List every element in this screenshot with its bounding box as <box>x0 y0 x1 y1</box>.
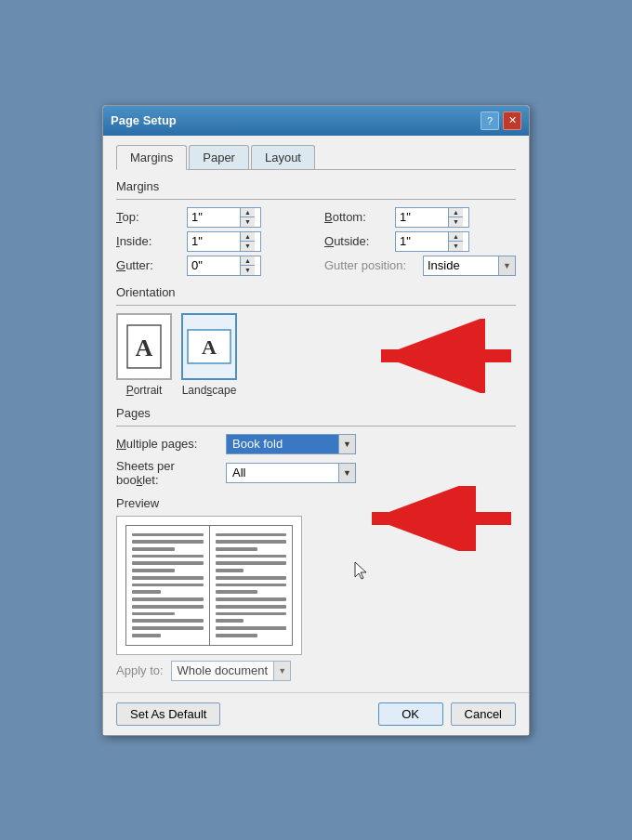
gutter-field-row: Gutter: ▲ ▼ <box>116 256 306 276</box>
book-line <box>216 569 244 572</box>
book-line <box>132 619 204 623</box>
portrait-option[interactable]: A Portrait <box>116 313 172 397</box>
gutter-pos-select-input[interactable]: Inside Left Top <box>424 256 498 275</box>
book-line <box>132 597 204 601</box>
book-line <box>216 584 287 587</box>
multiple-pages-value: Book fold <box>227 435 338 453</box>
gutter-spin-up[interactable]: ▲ <box>241 256 255 267</box>
gutter-spin-input: ▲ ▼ <box>187 256 261 276</box>
sheets-label: Sheets per booklet: <box>116 459 218 487</box>
outside-spin-buttons: ▲ ▼ <box>448 232 463 251</box>
inside-field-row: Inside: ▲ ▼ <box>116 231 306 252</box>
book-line <box>132 576 204 580</box>
title-bar-buttons: ? ✕ <box>481 112 521 130</box>
tab-bar: Margins Paper Layout <box>116 145 516 170</box>
book-line <box>216 576 287 580</box>
book-line <box>132 634 161 637</box>
margins-section-label: Margins <box>116 179 516 193</box>
outside-input[interactable] <box>396 232 448 251</box>
book-line <box>216 612 287 616</box>
top-spin-up[interactable]: ▲ <box>241 208 255 218</box>
inside-spin-down[interactable]: ▼ <box>241 242 255 251</box>
margins-divider <box>116 199 516 200</box>
book-line <box>216 597 287 601</box>
outside-spin-up[interactable]: ▲ <box>449 232 463 243</box>
apply-row: Apply to: Whole document ▼ <box>116 661 516 681</box>
book-line <box>132 569 175 572</box>
apply-select[interactable]: Whole document ▼ <box>171 661 292 681</box>
bottom-label: Bottom: <box>324 210 389 224</box>
top-input[interactable] <box>188 208 240 227</box>
top-spin-input: ▲ ▼ <box>187 207 261 228</box>
top-spin-down[interactable]: ▼ <box>241 217 255 227</box>
margins-grid: Top: ▲ ▼ Bottom: ▲ <box>116 207 516 276</box>
book-line <box>216 619 244 623</box>
landscape-icon[interactable]: A <box>181 313 237 380</box>
gutter-pos-arrow-icon: ▼ <box>498 256 515 275</box>
book-line <box>132 555 204 558</box>
inside-spin-input: ▲ ▼ <box>187 231 261 252</box>
book-line <box>216 605 287 609</box>
ok-button[interactable]: OK <box>378 702 443 726</box>
sheets-select[interactable]: All ▼ <box>226 463 356 483</box>
bottom-spin-buttons: ▲ ▼ <box>448 208 463 227</box>
book-line <box>132 547 175 551</box>
dialog-body: Margins Paper Layout Margins Top: <box>103 136 529 692</box>
bottom-spin-down[interactable]: ▼ <box>449 217 463 227</box>
gutter-spin-down[interactable]: ▼ <box>241 266 255 275</box>
preview-section: Preview <box>116 496 516 681</box>
title-bar: Page Setup ? ✕ <box>103 106 529 136</box>
svg-text:A: A <box>202 335 217 359</box>
multiple-pages-arrow-icon: ▼ <box>338 435 355 453</box>
top-spin-buttons: ▲ ▼ <box>240 208 255 227</box>
bottom-spin-up[interactable]: ▲ <box>449 208 463 218</box>
tab-paper[interactable]: Paper <box>189 145 249 169</box>
outside-label: Outside: <box>324 234 389 248</box>
inside-input[interactable] <box>188 232 240 251</box>
orientation-label: Orientation <box>116 285 516 299</box>
portrait-icon[interactable]: A <box>116 313 172 380</box>
dialog-title: Page Setup <box>111 113 177 127</box>
tab-layout[interactable]: Layout <box>251 145 315 169</box>
multiple-pages-label: Multiple pages: <box>116 437 218 451</box>
book-line <box>216 626 287 630</box>
close-button[interactable]: ✕ <box>503 112 521 130</box>
apply-label: Apply to: <box>116 663 164 677</box>
set-as-default-button[interactable]: Set As Default <box>116 702 220 726</box>
tab-margins[interactable]: Margins <box>116 145 187 170</box>
book-line <box>216 634 258 637</box>
bottom-input[interactable] <box>396 208 448 227</box>
book-line <box>132 626 204 630</box>
portrait-label: Portrait <box>126 384 163 397</box>
portrait-page-icon: A <box>125 323 163 370</box>
dialog-wrapper: Page Setup ? ✕ Margins Paper <box>102 105 530 736</box>
outside-field-row: Outside: ▲ ▼ <box>324 231 516 252</box>
pages-section-label: Pages <box>116 406 516 420</box>
orientation-divider <box>116 305 516 306</box>
cancel-button[interactable]: Cancel <box>451 702 516 726</box>
pages-divider <box>116 426 516 427</box>
gutter-spin-buttons: ▲ ▼ <box>240 256 255 275</box>
gutter-pos-label: Gutter position: <box>324 258 417 272</box>
top-label: Top: <box>116 210 181 224</box>
landscape-option[interactable]: A Landscape <box>181 313 237 397</box>
book-line <box>216 547 258 551</box>
book-line <box>216 590 258 594</box>
book-line <box>132 561 204 565</box>
pages-section: Pages Multiple pages: Book fold ▼ Sheets… <box>116 406 516 487</box>
book-line <box>216 540 287 544</box>
apply-value: Whole document <box>172 662 274 680</box>
inside-spin-up[interactable]: ▲ <box>241 232 255 243</box>
book-line <box>132 533 204 537</box>
bottom-spin-input: ▲ ▼ <box>395 207 469 228</box>
book-line <box>216 533 287 537</box>
orientation-section: Orientation A Portrait <box>116 285 516 397</box>
outside-spin-down[interactable]: ▼ <box>449 242 463 251</box>
help-button[interactable]: ? <box>481 112 499 130</box>
gutter-pos-select[interactable]: Inside Left Top ▼ <box>423 256 516 276</box>
sheets-value: All <box>227 464 338 482</box>
gutter-input[interactable] <box>188 256 240 275</box>
orientation-buttons: A Portrait A Landscape <box>116 313 516 397</box>
multiple-pages-select[interactable]: Book fold ▼ <box>226 434 356 454</box>
landscape-page-icon: A <box>186 328 232 365</box>
